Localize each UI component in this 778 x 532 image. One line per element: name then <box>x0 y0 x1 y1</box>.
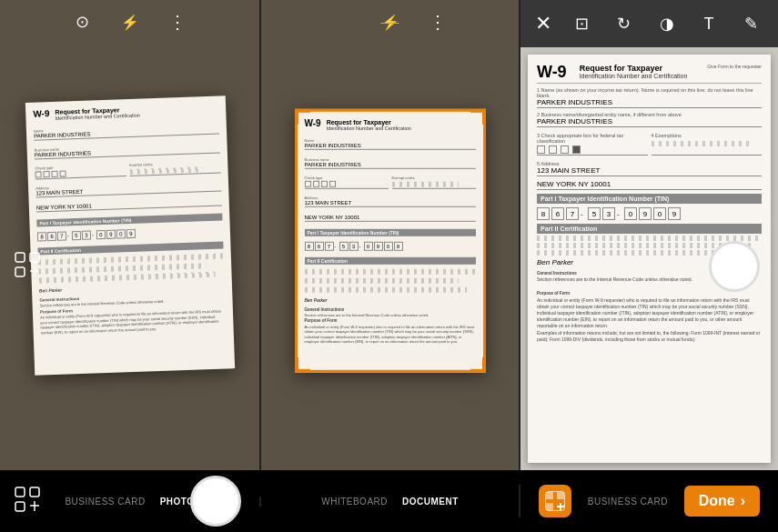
left-doc-preview: W-9 Request for Taxpayer Identification … <box>25 95 234 375</box>
city-mid: NEW YORK NY 10001 <box>305 214 476 219</box>
bottom-bar: BUSINESS CARD PHOTO WHITEBOARD DOCUMENT <box>0 470 778 532</box>
svg-rect-7 <box>30 253 39 262</box>
left-form-content: W-9 Request for Taxpayer Identification … <box>25 95 234 375</box>
middle-panel: ⚡ ⋮ W-9 Request for Taxpayer Identificat… <box>259 0 519 470</box>
svg-rect-5 <box>15 253 25 262</box>
corner-bl <box>296 356 310 371</box>
filter-icon[interactable]: ◑ <box>654 9 679 38</box>
corner-br <box>470 356 485 371</box>
middle-more-icon[interactable]: ⋮ <box>423 7 452 36</box>
bottom-right: BUSINESS CARD Done › <box>519 485 778 517</box>
crop-icon[interactable]: ⊡ <box>570 9 594 38</box>
middle-shutter-button[interactable] <box>709 241 760 292</box>
city-right: NEW YORK NY 10001 <box>537 180 762 188</box>
flash-icon[interactable]: ⚡ <box>116 7 145 36</box>
bottom-left: BUSINESS CARD PHOTO <box>0 497 259 507</box>
svg-rect-2 <box>30 487 39 497</box>
signature-mid: Ben Parker <box>305 296 476 302</box>
svg-rect-6 <box>15 267 25 276</box>
svg-rect-12 <box>546 503 553 510</box>
svg-rect-13 <box>557 492 564 499</box>
right-panel: ✕ ⊡ ↻ ◑ T ✎ W-9 Request for Taxpayer Ide… <box>519 0 778 470</box>
corner-tl <box>296 109 310 124</box>
add-scan-button[interactable] <box>539 485 571 517</box>
mode-business-card-right: BUSINESS CARD <box>588 497 668 507</box>
scan-icon-middle[interactable] <box>15 252 40 281</box>
address-mid: 123 MAIN STREET <box>305 199 476 205</box>
done-button[interactable]: Done › <box>684 486 760 517</box>
middle-flash-icon[interactable]: ⚡ <box>376 7 405 36</box>
left-cam-bar: ⊙ ⚡ ⋮ <box>0 7 259 36</box>
edit-icon[interactable]: ✎ <box>739 9 763 38</box>
middle-cam-bar: ⚡ ⋮ <box>261 7 519 36</box>
part1-left: Part I Taxpayer Identification Number (T… <box>36 213 222 226</box>
address-right: 123 MAIN STREET <box>537 166 762 175</box>
svg-rect-0 <box>15 487 25 497</box>
name-value-mid: PARKER INDUSTRIES <box>305 142 476 147</box>
camera-mode-icon[interactable]: ⊙ <box>68 7 97 36</box>
middle-doc-preview: W-9 Request for Taxpayer Identification … <box>295 108 486 372</box>
close-button[interactable]: ✕ <box>535 12 551 35</box>
biz-value-mid: PARKER INDUSTRIES <box>305 161 476 166</box>
name-right: PARKER INDUSTRIES <box>537 98 762 106</box>
scan-icon-left[interactable] <box>15 487 40 516</box>
text-icon[interactable]: T <box>697 9 722 38</box>
left-shutter-button[interactable] <box>190 476 241 527</box>
mode-business-card-left[interactable]: BUSINESS CARD <box>65 497 145 507</box>
mode-whiteboard[interactable]: WHITEBOARD <box>321 497 388 507</box>
mode-photo[interactable]: PHOTO <box>160 497 195 507</box>
middle-form-content: W-9 Request for Taxpayer Identification … <box>298 111 483 369</box>
w9-badge-left: W-9 <box>33 109 50 122</box>
more-options-icon[interactable]: ⋮ <box>163 7 192 36</box>
w9-badge-right: W-9 <box>537 64 567 80</box>
part1-right: Part I Taxpayer Identification Number (T… <box>537 194 762 204</box>
corner-tr <box>470 109 485 124</box>
left-mode-labels: BUSINESS CARD PHOTO <box>65 497 194 507</box>
panels-row: ⊙ ⚡ ⋮ W-9 Request for Taxpayer Identific… <box>0 0 778 470</box>
city-left: NEW YORK NY 10001 <box>35 198 221 210</box>
right-toolbar: ✕ ⊡ ↻ ◑ T ✎ <box>520 0 778 47</box>
biz-right: PARKER INDUSTRIES <box>537 117 762 125</box>
rotate-icon[interactable]: ↻ <box>612 9 637 38</box>
left-panel: ⊙ ⚡ ⋮ W-9 Request for Taxpayer Identific… <box>0 0 259 470</box>
svg-rect-1 <box>15 502 25 511</box>
svg-rect-11 <box>546 492 553 499</box>
bottom-middle: WHITEBOARD DOCUMENT <box>259 497 519 507</box>
signature-left: Ben Parker <box>38 281 224 293</box>
middle-mode-labels: WHITEBOARD DOCUMENT <box>321 497 459 507</box>
mode-document[interactable]: DOCUMENT <box>402 497 459 507</box>
